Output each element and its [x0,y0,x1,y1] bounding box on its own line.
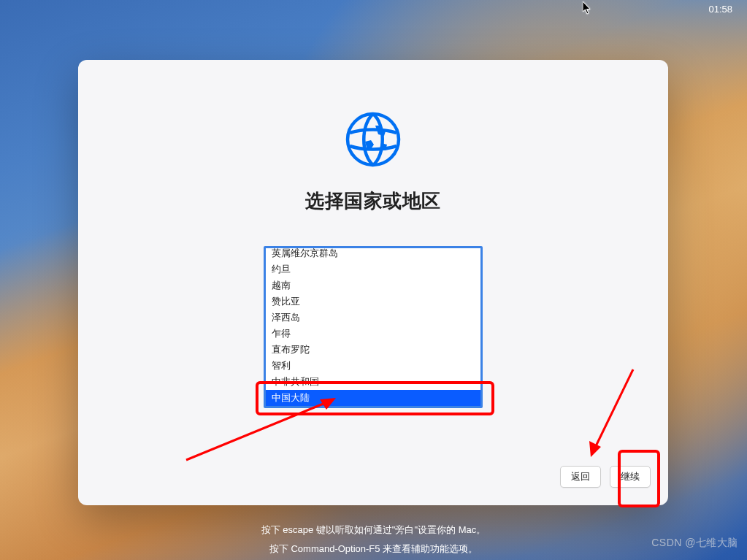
globe-icon [345,111,402,171]
hint-accessibility: 按下 Command-Option-F5 来查看辅助功能选项。 [0,542,747,556]
country-listbox[interactable]: 英国英属维尔京群岛约旦越南赞比亚泽西岛乍得直布罗陀智利中非共和国中国大陆 [264,246,483,408]
hint-escape: 按下 escape 键以听取如何通过"旁白"设置你的 Mac。 [0,523,747,537]
menu-bar: 01:58 [0,0,747,18]
continue-button[interactable]: 继续 [610,466,651,488]
watermark: CSDN @七维大脑 [651,537,738,550]
list-item[interactable]: 智利 [266,358,480,374]
list-item[interactable]: 中国大陆 [266,390,480,406]
list-item[interactable]: 约旦 [266,261,480,277]
list-item[interactable]: 泽西岛 [266,310,480,326]
list-item[interactable]: 中非共和国 [266,374,480,390]
list-item[interactable]: 赞比亚 [266,294,480,310]
svg-point-0 [348,114,399,165]
setup-panel: 选择国家或地区 英国英属维尔京群岛约旦越南赞比亚泽西岛乍得直布罗陀智利中非共和国… [78,60,668,505]
button-bar: 返回 继续 [560,466,651,488]
list-item[interactable]: 英属维尔京群岛 [266,248,480,261]
list-item[interactable]: 直布罗陀 [266,342,480,358]
page-title: 选择国家或地区 [305,188,441,214]
clock: 01:58 [708,4,732,15]
back-button[interactable]: 返回 [560,466,601,488]
list-item[interactable]: 乍得 [266,326,480,342]
list-item[interactable]: 越南 [266,277,480,294]
